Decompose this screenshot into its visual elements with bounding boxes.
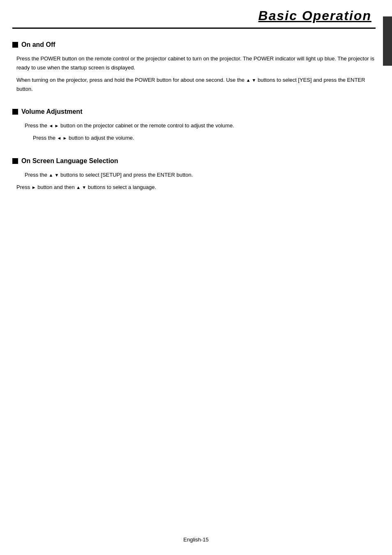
footer: English-15	[0, 537, 392, 543]
section-volume-adjustment: Volume Adjustment Press the ◄ ► button o…	[12, 108, 376, 143]
on-and-off-text-2: When turning on the projector, press and…	[12, 76, 376, 94]
section-title-language: On Screen Language Selection	[21, 157, 118, 165]
section-language-selection: On Screen Language Selection Press the ▲…	[12, 157, 376, 192]
arrow-left-right-1: ◄ ►	[49, 123, 59, 128]
arrow-left-right-2: ◄ ►	[57, 136, 67, 140]
volume-text-1: Press the ◄ ► button on the projector ca…	[12, 121, 376, 130]
arrow-up-down-1: ▲ ▼	[246, 78, 256, 83]
language-text-1: Press the ▲ ▼ buttons to select [SETUP] …	[12, 170, 376, 180]
arrow-right-1: ►	[32, 185, 36, 190]
section-title-volume: Volume Adjustment	[21, 108, 82, 115]
arrow-up-down-2: ▲ ▼	[49, 173, 59, 177]
section-heading-on-and-off: On and Off	[12, 41, 376, 48]
volume-text-2: Press the ◄ ► button to adjust the volum…	[12, 134, 376, 143]
section-heading-volume: Volume Adjustment	[12, 108, 376, 115]
section-icon-language	[12, 158, 18, 164]
page-title: Basic Operation	[258, 8, 371, 23]
arrow-up-down-3: ▲ ▼	[76, 185, 86, 190]
section-icon-on-and-off	[12, 42, 18, 48]
section-heading-language: On Screen Language Selection	[12, 157, 376, 165]
page-number: English-15	[183, 537, 208, 543]
header-bar: Basic Operation	[12, 8, 376, 29]
right-tab-indicator	[383, 16, 392, 66]
page-container: Basic Operation On and Off Press the POW…	[0, 0, 392, 555]
on-and-off-text-1: Press the POWER button on the remote con…	[12, 54, 376, 72]
section-on-and-off: On and Off Press the POWER button on the…	[12, 41, 376, 94]
language-text-2: Press ► button and then ▲ ▼ buttons to s…	[12, 183, 376, 192]
section-title-on-and-off: On and Off	[21, 41, 55, 48]
section-icon-volume	[12, 109, 18, 115]
